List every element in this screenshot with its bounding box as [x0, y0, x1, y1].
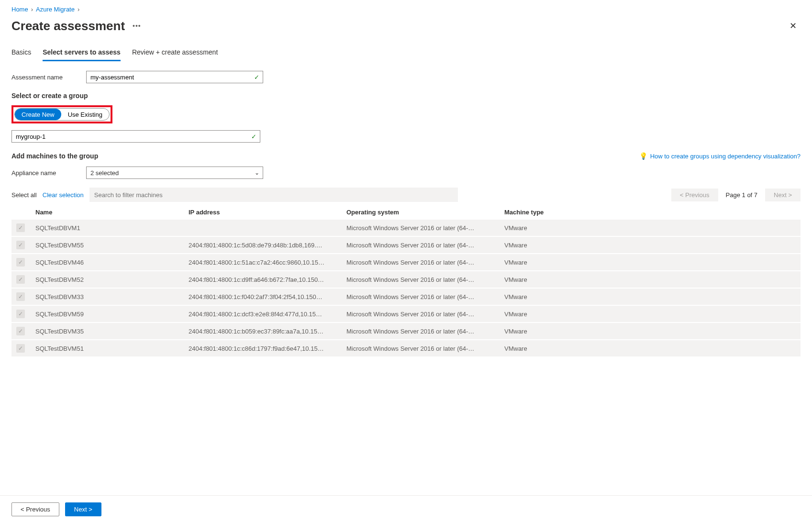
row-checkbox[interactable]: ✓ [16, 327, 25, 335]
cell-ip: 2404:f801:4800:1c:dcf3:e2e8:8f4d:477d,10… [184, 305, 342, 323]
appliance-name-select[interactable]: 2 selected [86, 167, 263, 179]
col-ip: IP address [184, 205, 342, 220]
cell-mtype: VMware [500, 323, 801, 340]
cell-os: Microsoft Windows Server 2016 or later (… [342, 271, 500, 288]
cell-os: Microsoft Windows Server 2016 or later (… [342, 340, 500, 357]
appliance-name-label: Appliance name [11, 169, 86, 177]
breadcrumb-home[interactable]: Home [11, 6, 28, 13]
col-machine-type: Machine type [500, 205, 801, 220]
cell-os: Microsoft Windows Server 2016 or later (… [342, 220, 500, 236]
tab-review-create[interactable]: Review + create assessment [132, 46, 218, 61]
cell-mtype: VMware [500, 305, 801, 323]
col-os: Operating system [342, 205, 500, 220]
breadcrumb-service[interactable]: Azure Migrate [36, 6, 75, 13]
table-row[interactable]: ✓SQLTestDBVM552404:f801:4800:1c:5d08:de7… [11, 236, 801, 254]
row-checkbox[interactable]: ✓ [16, 258, 25, 267]
cell-os: Microsoft Windows Server 2016 or later (… [342, 254, 500, 271]
cell-ip: 2404:f801:4800:1c:b059:ec37:89fc:aa7a,10… [184, 323, 342, 340]
row-checkbox[interactable]: ✓ [16, 344, 25, 353]
cell-mtype: VMware [500, 288, 801, 305]
cell-name: SQLTestDBVM35 [31, 323, 184, 340]
assessment-name-input[interactable] [86, 71, 263, 83]
row-checkbox[interactable]: ✓ [16, 241, 25, 249]
row-checkbox[interactable]: ✓ [16, 310, 25, 318]
table-row[interactable]: ✓SQLTestDBVM332404:f801:4800:1c:f040:2af… [11, 288, 801, 305]
cell-os: Microsoft Windows Server 2016 or later (… [342, 305, 500, 323]
cell-name: SQLTestDBVM51 [31, 340, 184, 357]
group-name-input[interactable] [11, 130, 260, 143]
row-checkbox[interactable]: ✓ [16, 275, 25, 284]
cell-ip: 2404:f801:4800:1c:51ac:c7a2:46cc:9860,10… [184, 254, 342, 271]
table-row[interactable]: ✓SQLTestDBVM352404:f801:4800:1c:b059:ec3… [11, 323, 801, 340]
use-existing-toggle[interactable]: Use Existing [61, 109, 109, 120]
row-checkbox[interactable]: ✓ [16, 223, 25, 232]
close-icon[interactable]: ✕ [786, 17, 801, 35]
more-actions-icon[interactable]: ••• [131, 22, 141, 30]
assessment-name-label: Assessment name [11, 74, 86, 81]
cell-name: SQLTestDBVM46 [31, 254, 184, 271]
row-checkbox[interactable]: ✓ [16, 292, 25, 301]
cell-ip: 2404:f801:4800:1c:d9ff:a646:b672:7fae,10… [184, 271, 342, 288]
cell-ip: 2404:f801:4800:1c:5d08:de79:d48b:1db8,16… [184, 236, 342, 254]
cell-name: SQLTestDBVM52 [31, 271, 184, 288]
check-icon: ✓ [254, 74, 259, 81]
select-create-group-heading: Select or create a group [11, 92, 801, 100]
cell-os: Microsoft Windows Server 2016 or later (… [342, 288, 500, 305]
table-row[interactable]: ✓SQLTestDBVM592404:f801:4800:1c:dcf3:e2e… [11, 305, 801, 323]
cell-mtype: VMware [500, 254, 801, 271]
machine-search-input[interactable] [89, 188, 458, 202]
table-row[interactable]: ✓SQLTestDBVM522404:f801:4800:1c:d9ff:a64… [11, 271, 801, 288]
col-name: Name [31, 205, 184, 220]
cell-mtype: VMware [500, 340, 801, 357]
chevron-right-icon: › [78, 6, 79, 13]
cell-ip: 2404:f801:4800:1c:c86d:1797:f9ad:6e47,10… [184, 340, 342, 357]
cell-name: SQLTestDBVM55 [31, 236, 184, 254]
table-row[interactable]: ✓SQLTestDBVM462404:f801:4800:1c:51ac:c7a… [11, 254, 801, 271]
cell-ip: 2404:f801:4800:1c:f040:2af7:3f04:2f54,10… [184, 288, 342, 305]
cell-os: Microsoft Windows Server 2016 or later (… [342, 236, 500, 254]
cell-mtype: VMware [500, 271, 801, 288]
chevron-right-icon: › [31, 6, 33, 13]
page-indicator: Page 1 of 7 [726, 191, 758, 199]
lightbulb-icon: 💡 [639, 152, 647, 160]
select-all-link[interactable]: Select all [11, 191, 37, 199]
page-title: Create assessment ••• [11, 19, 141, 33]
create-new-toggle[interactable]: Create New [15, 109, 61, 120]
machines-table: Name IP address Operating system Machine… [11, 205, 801, 357]
dependency-viz-help-link[interactable]: 💡 How to create groups using dependency … [639, 152, 801, 160]
cell-name: SQLTestDBVM1 [31, 220, 184, 236]
cell-mtype: VMware [500, 236, 801, 254]
table-row[interactable]: ✓SQLTestDBVM1Microsoft Windows Server 20… [11, 220, 801, 236]
check-icon: ✓ [251, 133, 256, 140]
table-row[interactable]: ✓SQLTestDBVM512404:f801:4800:1c:c86d:179… [11, 340, 801, 357]
cell-ip [184, 220, 342, 236]
cell-mtype: VMware [500, 220, 801, 236]
group-mode-toggle: Create New Use Existing [14, 108, 110, 121]
tab-select-servers[interactable]: Select servers to assess [43, 46, 121, 61]
table-next-button[interactable]: Next > [765, 189, 801, 201]
tutorial-highlight: Create New Use Existing [11, 105, 112, 123]
cell-os: Microsoft Windows Server 2016 or later (… [342, 323, 500, 340]
clear-selection-link[interactable]: Clear selection [43, 191, 84, 199]
wizard-tabs: Basics Select servers to assess Review +… [11, 46, 801, 61]
cell-name: SQLTestDBVM33 [31, 288, 184, 305]
add-machines-heading: Add machines to the group [11, 152, 98, 160]
cell-name: SQLTestDBVM59 [31, 305, 184, 323]
table-previous-button[interactable]: < Previous [671, 189, 718, 201]
tab-basics[interactable]: Basics [11, 46, 31, 61]
breadcrumb: Home › Azure Migrate › [11, 6, 801, 13]
